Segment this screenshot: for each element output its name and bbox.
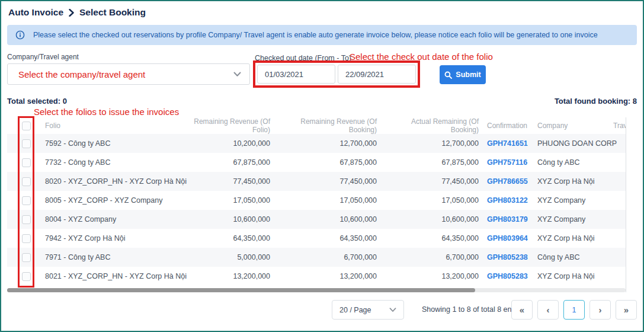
folio-annotation-note: Select the folios to issue the invoices [34,107,643,117]
summary-row: Total selected: 0 Total found booking: 8 [7,97,637,106]
remaining-revenue-booking-cell: 13,200,000 [276,272,383,280]
folio-cell: 7732 - Công ty ABC [45,158,187,167]
header-travel-agent: Trave [613,122,626,130]
filter-bar: Company/Travel agent Select the company/… [1,50,643,93]
company-agent-select[interactable]: Select the company/travel agent [7,63,250,85]
next-page-button[interactable]: › [589,300,611,320]
folio-table-scroll-area: Folio Remaining Revenue (Of Folio) Remai… [7,117,626,286]
page-size-select[interactable]: 20 / Page [332,300,404,320]
remaining-revenue-booking-cell: 64,350,000 [276,234,383,242]
row-checkbox[interactable] [22,177,31,186]
company-agent-placeholder: Select the company/travel agent [18,69,145,79]
remaining-revenue-folio-cell: 17,050,000 [187,196,276,205]
actual-remaining-cell: 13,200,000 [383,272,485,280]
select-all-checkbox[interactable] [22,122,31,130]
table-row: 7942 - XYZ Corp Hà Nội 64,350,000 64,350… [7,229,626,248]
company-cell: XYZ Company [536,196,613,205]
company-cell: Công ty ABC [536,158,613,167]
row-checkbox[interactable] [22,196,31,205]
date-annotation-note: Select the check out date of the folio [350,52,493,62]
company-cell: XYZ Corp Hà Nội [536,177,613,186]
row-checkbox[interactable] [22,158,31,167]
confirmation-link[interactable]: GPH757116 [487,158,527,167]
row-checkbox[interactable] [22,139,31,148]
table-horizontal-scrollbar[interactable] [7,288,626,292]
scrollbar-thumb[interactable] [7,288,475,292]
actual-remaining-cell: 10,600,000 [383,215,485,224]
search-icon [444,71,452,79]
remaining-revenue-booking-cell: 10,600,000 [276,215,383,224]
company-cell: Công ty ABC [536,253,613,261]
info-banner-text: Please select the checked out reservatio… [33,31,598,39]
actual-remaining-cell: 6,700,000 [383,253,485,261]
table-row: 8005 - XYZ_CORP - XYZ Company 17,050,000… [7,191,626,210]
confirmation-link[interactable]: GPH803964 [487,234,528,242]
header-actual-remaining-booking: Actual Remaining (Of Booking) [383,117,485,134]
confirmation-link[interactable]: GPH786655 [487,177,528,186]
actual-remaining-cell: 12,700,000 [383,139,485,148]
remaining-revenue-booking-cell: 6,700,000 [276,253,383,261]
table-row: 8020 - XYZ_CORP_HN - XYZ Corp Hà Nội 77,… [7,172,626,191]
folio-cell: 8005 - XYZ_CORP - XYZ Company [45,196,187,205]
confirmation-link[interactable]: GPH741651 [487,139,528,148]
chevron-down-icon [233,72,241,77]
remaining-revenue-folio-cell: 10,600,000 [187,215,276,224]
actual-remaining-cell: 64,350,000 [383,234,485,242]
date-range-annotation-box [253,60,420,88]
remaining-revenue-booking-cell: 12,700,000 [276,139,383,148]
breadcrumb: Auto Invoice Select Booking [1,1,643,22]
date-from-input[interactable] [257,65,335,84]
last-page-button[interactable]: » [616,300,637,320]
breadcrumb-select-booking: Select Booking [79,7,146,18]
confirmation-link[interactable]: GPH803179 [487,215,528,224]
total-selected: Total selected: 0 [7,97,67,106]
folio-cell: 8020 - XYZ_CORP_HN - XYZ Corp Hà Nội [45,177,187,186]
company-cell: XYZ Corp Hà Nội [536,234,613,242]
remaining-revenue-folio-cell: 67,875,000 [187,158,276,167]
prev-page-button[interactable]: ‹ [537,300,559,320]
first-page-button[interactable]: « [511,300,533,320]
confirmation-link[interactable]: GPH803122 [487,196,528,205]
row-checkbox[interactable] [22,234,31,243]
remaining-revenue-folio-cell: 77,450,000 [187,177,276,186]
date-to-input[interactable] [338,65,416,84]
folio-cell: 7942 - XYZ Corp Hà Nội [45,234,187,242]
auto-invoice-page: { "colors": { "accent_red": "#e01f20", "… [0,0,644,332]
chevron-right-icon [69,9,74,17]
table-row: 7732 - Công ty ABC 67,875,000 67,875,000… [7,153,626,172]
current-page-button[interactable]: 1 [563,300,585,320]
header-folio: Folio [45,122,187,130]
row-checkbox[interactable] [22,215,31,224]
info-banner: Please select the checked out reservatio… [7,25,637,45]
row-checkbox[interactable] [22,253,31,262]
folio-table: Folio Remaining Revenue (Of Folio) Remai… [7,117,626,292]
remaining-revenue-folio-cell: 5,000,000 [187,253,276,261]
submit-button-label: Submit [456,71,480,79]
remaining-revenue-folio-cell: 64,350,000 [187,234,276,242]
pagination: 20 / Page Showing 1 to 8 of total 8 entr… [7,300,637,320]
header-company: Company [536,122,613,130]
folio-cell: 7971 - Công ty ABC [45,253,187,261]
page-size-value: 20 / Page [339,306,371,314]
actual-remaining-cell: 17,050,000 [383,196,485,205]
table-row: 8004 - XYZ Company 10,600,000 10,600,000… [7,210,626,229]
remaining-revenue-folio-cell: 10,200,000 [187,139,276,148]
total-found-booking: Total found booking: 8 [555,97,637,106]
pagination-buttons: « ‹ 1 › » [511,300,637,320]
confirmation-link[interactable]: GPH805283 [487,272,528,280]
row-checkbox[interactable] [22,272,31,281]
company-cell: XYZ Company [536,215,613,224]
header-remaining-revenue-folio: Remaining Revenue (Of Folio) [187,117,276,134]
actual-remaining-cell: 67,875,000 [383,158,485,167]
folio-cell: 7592 - Công ty ABC [45,139,187,148]
confirmation-link[interactable]: GPH805238 [487,253,528,261]
remaining-revenue-booking-cell: 17,050,000 [276,196,383,205]
chevron-down-icon [389,308,396,312]
submit-button[interactable]: Submit [440,65,486,84]
folio-cell: 8004 - XYZ Company [45,215,187,224]
table-header-row: Folio Remaining Revenue (Of Folio) Remai… [7,117,626,134]
folio-cell: 8021 - XYZ_CORP_HN - XYZ Corp Hà Nội [45,272,187,280]
company-cell: XYZ Corp Hà Nội [536,272,613,280]
breadcrumb-auto-invoice[interactable]: Auto Invoice [8,7,63,18]
company-agent-label: Company/Travel agent [7,53,79,61]
